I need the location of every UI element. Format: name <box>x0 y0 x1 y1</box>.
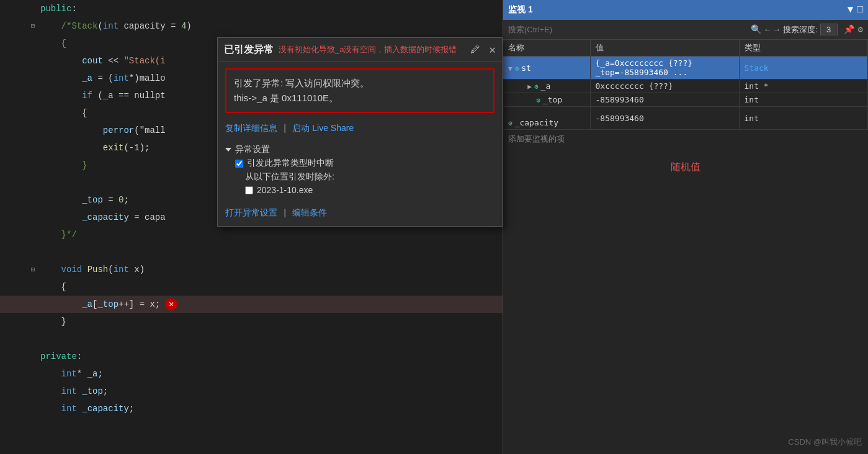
exception-popup: 已引发异常 没有初始化导致_a没有空间，插入数据的时候报错 🖉 ✕ 引发了异常:… <box>217 37 503 227</box>
collapse-button[interactable]: ⊟ <box>28 261 38 278</box>
error-indicator-icon: ✕ <box>165 298 177 311</box>
watch-table: 名称 值 类型 ▼⚙st{_a=0xcccccccc {???} _top=-8… <box>503 40 868 130</box>
popup-bottom-links: 打开异常设置 | 编辑条件 <box>218 204 502 226</box>
watch-row-name: ⚙_capacity <box>503 107 590 130</box>
code-content: _a[_top++] = x;✕ <box>38 296 503 313</box>
code-line: private: <box>0 348 503 365</box>
code-content: } <box>38 313 503 330</box>
code-line: int _capacity; <box>0 400 503 417</box>
watch-table-row[interactable]: ▼⚙st{_a=0xcccccccc {???} _top=-858993460… <box>503 57 868 79</box>
code-line: } <box>0 313 503 330</box>
watch-header: 监视 1 ▼ □ <box>503 0 868 20</box>
popup-title: 已引发异常 <box>224 43 274 57</box>
code-line: }*/ <box>0 226 503 243</box>
break-label: 引发此异常类型时中断 <box>247 158 334 169</box>
watch-row-value: 0xcccccccc {???} <box>590 79 739 93</box>
watch-pin-icon[interactable]: 📌 <box>844 24 854 35</box>
collapse-button[interactable]: ⊟ <box>28 17 38 35</box>
watch-detach-icon[interactable]: □ <box>857 4 863 16</box>
watch-row-type: int * <box>739 79 868 93</box>
add-watch-row[interactable]: 添加要监视的项 <box>503 130 868 148</box>
code-content: int* _a; <box>38 365 503 383</box>
watch-row-value: -858993460 <box>590 107 739 130</box>
code-line <box>0 330 503 348</box>
code-content: }*/ <box>38 226 503 243</box>
code-line: public: <box>0 0 503 17</box>
exe-row: 2023-1-10.exe <box>225 184 494 200</box>
popup-header: 已引发异常 没有初始化导致_a没有空间，插入数据的时候报错 🖉 ✕ <box>218 38 502 62</box>
watch-row-value: -858993460 <box>590 93 739 107</box>
watch-table-row[interactable]: ⚙_top-858993460int <box>503 93 868 107</box>
watch-panel: 监视 1 ▼ □ 🔍 ← → 搜索深度: 📌 ⚙ 名称 值 类型 ▼⚙st{_a… <box>503 0 868 454</box>
code-content: public: <box>38 0 503 17</box>
expand-icon[interactable]: ▶ <box>527 83 532 91</box>
popup-close-icon[interactable]: ✕ <box>489 43 496 57</box>
nav-left-icon[interactable]: ← <box>765 25 770 35</box>
watch-search-input[interactable] <box>508 25 747 34</box>
watch-row-name: ▶⚙_a <box>503 79 590 93</box>
code-line: int _top; <box>0 383 503 400</box>
except-label-text: 从以下位置引发时除外: <box>245 171 334 181</box>
copy-details-link[interactable]: 复制详细信息 <box>225 123 277 134</box>
nav-right-icon[interactable]: → <box>774 25 779 35</box>
random-value-note: 随机值 <box>503 148 868 186</box>
popup-pin-icon[interactable]: 🖉 <box>470 44 480 56</box>
watch-search-bar: 🔍 ← → 搜索深度: 📌 ⚙ <box>503 20 868 40</box>
code-content: int _capacity; <box>38 400 503 417</box>
depth-label: 搜索深度: <box>783 24 818 35</box>
code-line: { <box>0 278 503 296</box>
watch-settings-icon[interactable]: ⚙ <box>858 24 863 35</box>
watch-row-name: ⚙_top <box>503 93 590 107</box>
col-value: 值 <box>590 40 739 57</box>
exe-label-text: 2023-1-10.exe <box>257 185 313 195</box>
watch-row-type: int <box>739 107 868 130</box>
watch-table-header: 名称 值 类型 <box>503 40 868 57</box>
expand-icon[interactable]: ▼ <box>508 65 512 73</box>
live-share-link[interactable]: 启动 Live Share <box>292 123 354 134</box>
code-line: _a[_top++] = x;✕ <box>0 296 503 313</box>
code-content: int _top; <box>38 383 503 400</box>
collapse-icon[interactable] <box>225 148 231 152</box>
code-content: void Push(int x) <box>38 261 503 278</box>
except-label-row: 从以下位置引发时除外: <box>225 170 494 184</box>
popup-subtitle: 没有初始化导致_a没有空间，插入数据的时候报错 <box>279 44 465 55</box>
section-title-text: 异常设置 <box>235 144 270 155</box>
open-settings-link[interactable]: 打开异常设置 <box>225 207 277 219</box>
section-title: 异常设置 <box>225 144 494 155</box>
exception-box: 引发了异常: 写入访问权限冲突。 this->_a 是 0x111010E。 <box>225 68 494 113</box>
edit-conditions-link[interactable]: 编辑条件 <box>292 207 327 219</box>
code-line <box>0 243 503 261</box>
watch-row-type: int <box>739 93 868 107</box>
code-line: int* _a; <box>0 365 503 383</box>
search-icon[interactable]: 🔍 <box>751 24 761 35</box>
watch-dropdown-icon[interactable]: ▼ <box>848 4 854 16</box>
watch-table-row[interactable]: ▶⚙_a0xcccccccc {???}int * <box>503 79 868 93</box>
code-line: ⊟ /*Stack(int capacity = 4) <box>0 17 503 35</box>
watch-row-value: {_a=0xcccccccc {???} _top=-858993460 ... <box>590 57 739 79</box>
exe-checkbox[interactable] <box>245 186 253 194</box>
watch-table-row[interactable]: ⚙_capacity-858993460int <box>503 107 868 130</box>
col-name: 名称 <box>503 40 590 57</box>
csdn-watermark: CSDN @叫我小候吧 <box>788 437 862 448</box>
break-checkbox[interactable] <box>235 160 243 168</box>
exception-text-line1: 引发了异常: 写入访问权限冲突。 <box>234 76 486 91</box>
watch-title: 监视 1 <box>508 4 533 16</box>
code-content: /*Stack(int capacity = 4) <box>38 17 503 35</box>
code-content: { <box>38 278 503 296</box>
exception-text-line2: this->_a 是 0x111010E。 <box>234 91 486 106</box>
col-type: 类型 <box>739 40 868 57</box>
popup-actions: 复制详细信息 | 启动 Live Share <box>218 119 502 140</box>
exception-settings-section: 异常设置 引发此异常类型时中断 从以下位置引发时除外: 2023-1-10.ex… <box>218 140 502 204</box>
code-content: private: <box>38 348 503 365</box>
code-line: ⊟ void Push(int x) <box>0 261 503 278</box>
watch-row-type[interactable]: Stack <box>739 57 868 79</box>
depth-input[interactable] <box>820 24 838 35</box>
watch-row-name: ▼⚙st <box>503 57 590 79</box>
watch-header-buttons: ▼ □ <box>848 4 863 16</box>
break-on-exception-row: 引发此异常类型时中断 <box>225 155 494 170</box>
depth-control: 搜索深度: <box>783 24 838 35</box>
